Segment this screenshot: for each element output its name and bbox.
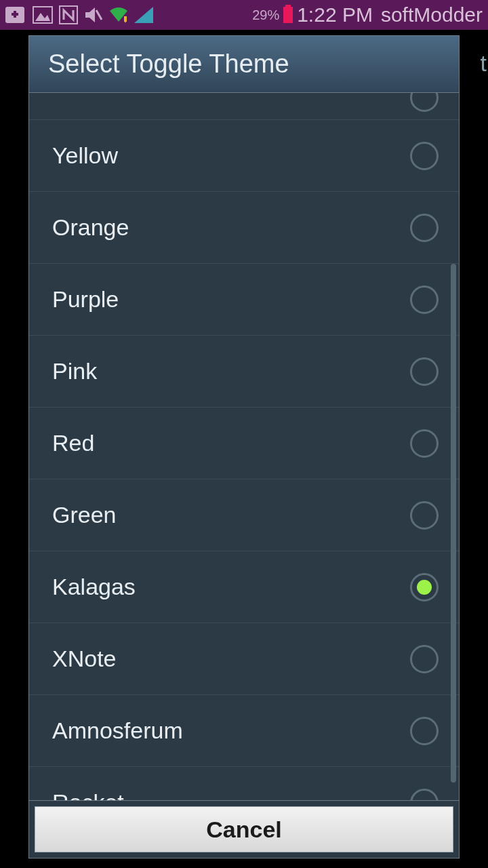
svg-marker-6 [85, 7, 95, 22]
theme-option-xnote[interactable]: XNote [29, 623, 459, 695]
scrollbar-thumb[interactable] [451, 264, 456, 783]
cancel-button[interactable]: Cancel [35, 806, 453, 852]
status-right: 29% 1:22 PM softModder [252, 3, 483, 26]
svg-line-7 [96, 10, 102, 20]
radio-icon [410, 285, 439, 314]
theme-list[interactable]: ICS Blue Yellow Orange Purple Pink Red [29, 93, 459, 800]
theme-label: Pink [52, 358, 97, 384]
theme-label: Purple [52, 286, 119, 313]
radio-icon [410, 717, 439, 745]
radio-icon [410, 357, 439, 386]
radio-icon [410, 429, 439, 458]
theme-option-ics-blue[interactable]: ICS Blue [29, 93, 459, 120]
theme-label: Red [52, 430, 94, 456]
radio-icon [410, 93, 439, 112]
mute-icon [84, 6, 103, 24]
theme-label: Green [52, 502, 117, 528]
radio-icon [410, 501, 439, 530]
battery-icon [283, 7, 293, 23]
background-text-fragment: t [481, 50, 487, 77]
status-bar: 29% 1:22 PM softModder [0, 0, 488, 30]
picture-icon [33, 6, 53, 24]
select-theme-dialog: Select Toggle Theme ICS Blue Yellow Oran… [28, 35, 460, 859]
dialog-footer: Cancel [29, 800, 459, 858]
nfc-icon [58, 5, 79, 25]
dialog-title: Select Toggle Theme [29, 36, 459, 93]
radio-icon [410, 789, 439, 801]
status-left [5, 5, 153, 25]
battery-percent: 29% [252, 7, 279, 23]
theme-option-pink[interactable]: Pink [29, 336, 459, 408]
theme-option-yellow[interactable]: Yellow [29, 120, 459, 192]
carrier-label: softModder [381, 3, 483, 26]
svg-marker-4 [35, 13, 50, 21]
wifi-icon [108, 7, 129, 23]
radio-icon [410, 573, 439, 601]
theme-option-kalagas[interactable]: Kalagas [29, 551, 459, 623]
radio-icon [410, 142, 439, 170]
theme-label: Orange [52, 214, 129, 241]
theme-option-amnosferum[interactable]: Amnosferum [29, 695, 459, 767]
theme-option-orange[interactable]: Orange [29, 192, 459, 264]
radio-icon [410, 214, 439, 242]
theme-option-rocket[interactable]: Rocket [29, 767, 459, 800]
theme-option-purple[interactable]: Purple [29, 264, 459, 336]
radio-dot-icon [417, 580, 432, 595]
theme-option-red[interactable]: Red [29, 408, 459, 479]
svg-marker-10 [134, 7, 153, 23]
theme-option-green[interactable]: Green [29, 479, 459, 551]
svg-rect-2 [14, 11, 16, 18]
theme-label: XNote [52, 646, 117, 672]
signal-icon [134, 7, 153, 23]
clock: 1:22 PM [297, 3, 373, 26]
radio-icon [410, 645, 439, 673]
theme-label: Yellow [52, 142, 118, 169]
theme-label: Kalagas [52, 574, 136, 600]
add-badge-icon [5, 5, 27, 24]
theme-label: Amnosferum [52, 717, 183, 744]
theme-label: Rocket [52, 789, 124, 800]
